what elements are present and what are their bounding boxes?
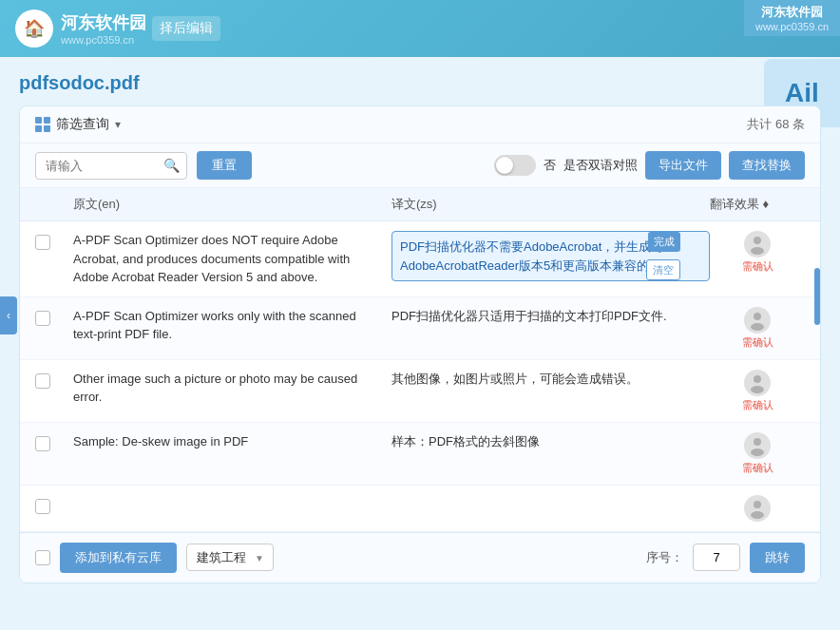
toggle-knob	[496, 157, 513, 174]
effect-avatar-4	[744, 432, 771, 459]
seq-label: 序号：	[646, 549, 683, 566]
cell-source-2: A-PDF Scan Optimizer works only with the…	[73, 307, 391, 344]
cell-target-4[interactable]: 样本：PDF格式的去斜图像	[391, 432, 710, 451]
effect-badge-3: 需确认	[742, 370, 773, 412]
effect-badge-1: 需确认	[742, 231, 773, 274]
export-button[interactable]: 导出文件	[645, 151, 721, 180]
row-checkbox-cell	[35, 307, 73, 330]
cell-effect-4: 需确认	[710, 432, 805, 475]
total-prefix: 共计	[747, 117, 772, 131]
jump-button[interactable]: 跳转	[750, 543, 805, 573]
row-checkbox-4[interactable]	[35, 436, 50, 451]
bilingual-label: 是否双语对照	[563, 157, 638, 174]
row-checkbox-5[interactable]	[35, 499, 50, 514]
svg-point-2	[754, 313, 761, 320]
footer-bar: 添加到私有云库 建筑工程 序号： 跳转	[20, 532, 820, 582]
top-banner: 🏠 河东软件园 www.pc0359.cn 择后编辑	[0, 0, 840, 57]
cell-effect-3: 需确认	[710, 370, 805, 412]
th-effect-label: 翻译效果 ♦	[710, 196, 769, 213]
th-target: 译文(zs)	[391, 196, 710, 213]
reset-button[interactable]: 重置	[197, 151, 252, 180]
svg-point-5	[751, 386, 764, 393]
row-checkbox-2[interactable]	[35, 311, 50, 326]
effect-avatar-3	[744, 370, 771, 396]
cell-target-3[interactable]: 其他图像，如图片或照片，可能会造成错误。	[391, 370, 710, 389]
filter-label: 筛选查询	[56, 116, 109, 133]
th-effect[interactable]: 翻译效果 ♦	[710, 196, 805, 213]
bilingual-toggle[interactable]	[494, 155, 536, 176]
logo-url: www.pc0359.cn	[61, 34, 146, 46]
cell-effect-2: 需确认	[710, 307, 805, 350]
svg-point-9	[751, 511, 764, 519]
cell-target-1[interactable]: PDF扫描优化器不需要AdobeAcrobat，并生成与AdobeAcrobat…	[391, 231, 710, 281]
th-checkbox	[35, 196, 73, 213]
top-menu: 择后编辑	[152, 16, 220, 41]
search-wrap: 🔍	[35, 152, 187, 180]
table-row: A-PDF Scan Optimizer works only with the…	[20, 297, 820, 360]
left-nav-arrow[interactable]: ‹	[0, 296, 17, 334]
effect-badge-5	[744, 495, 771, 522]
footer-right: 序号： 跳转	[646, 543, 805, 573]
category-select[interactable]: 建筑工程	[186, 544, 274, 571]
effect-text-1: 需确认	[742, 259, 773, 274]
cell-target-text-1: PDF扫描优化器不需要AdobeAcrobat，并生成与AdobeAcrobat…	[400, 239, 686, 273]
row-checkbox-cell	[35, 495, 73, 518]
effect-badge-2: 需确认	[742, 307, 773, 350]
effect-text-2: 需确认	[742, 335, 773, 350]
filter-chevron-icon[interactable]: ▾	[115, 118, 121, 131]
main-content: pdfsodoc.pdf 筛选查询 ▾ 共计 68 条 🔍 重	[0, 57, 840, 599]
logo-icon: 🏠	[15, 10, 53, 48]
svg-point-0	[754, 237, 761, 244]
svg-point-6	[754, 438, 761, 446]
search-icon: 🔍	[163, 158, 180, 173]
row-checkbox-3[interactable]	[35, 373, 50, 389]
footer-select-all[interactable]	[35, 550, 50, 565]
file-title: pdfsodoc.pdf	[19, 72, 821, 94]
cell-effect-5	[710, 495, 805, 522]
cell-source-4: Sample: De-skew image in PDF	[73, 432, 391, 451]
watermark-title: 河东软件园	[761, 4, 823, 21]
filter-bar: 筛选查询 ▾ 共计 68 条	[20, 106, 820, 143]
row-checkbox-cell	[35, 231, 73, 254]
effect-text-4: 需确认	[742, 461, 773, 475]
logo-text: 河东软件园 www.pc0359.cn	[61, 11, 146, 46]
add-cloud-button[interactable]: 添加到私有云库	[60, 543, 177, 573]
effect-badge-4: 需确认	[742, 432, 773, 475]
clear-badge-1[interactable]: 清空	[646, 259, 680, 281]
logo: 🏠 河东软件园 www.pc0359.cn	[15, 10, 146, 48]
complete-badge-1[interactable]: 完成	[648, 232, 680, 252]
toggle-no-label: 否	[544, 157, 556, 174]
svg-point-3	[751, 323, 764, 331]
effect-avatar-5	[744, 495, 771, 522]
table-header: 原文(en) 译文(zs) 翻译效果 ♦	[20, 188, 820, 221]
table-row: Other image such a picture or photo may …	[20, 360, 820, 423]
svg-point-7	[751, 449, 764, 456]
table-body: A-PDF Scan Optimizer does NOT require Ad…	[20, 221, 820, 532]
category-wrap: 建筑工程	[186, 544, 274, 571]
toggle-wrap: 否 是否双语对照 导出文件 查找替换	[494, 151, 805, 180]
total-count: 68	[775, 117, 789, 131]
table-row: A-PDF Scan Optimizer does NOT require Ad…	[20, 221, 820, 297]
cell-effect-1: 需确认	[710, 231, 805, 274]
logo-title: 河东软件园	[61, 11, 146, 34]
cell-source-1: A-PDF Scan Optimizer does NOT require Ad…	[73, 231, 391, 287]
cell-target-2[interactable]: PDF扫描优化器只适用于扫描的文本打印PDF文件.	[391, 307, 710, 326]
cell-source-3: Other image such a picture or photo may …	[73, 370, 391, 407]
row-checkbox-1[interactable]	[35, 235, 50, 250]
filter-left: 筛选查询 ▾	[35, 116, 121, 133]
find-replace-button[interactable]: 查找替换	[729, 151, 805, 180]
effect-avatar-1	[744, 231, 771, 258]
seq-input[interactable]	[693, 544, 740, 571]
watermark: 河东软件园 www.pc0359.cn	[744, 0, 840, 36]
row-checkbox-cell	[35, 370, 73, 392]
total-unit: 条	[792, 117, 805, 131]
scroll-indicator	[814, 268, 820, 325]
menu-item-edit[interactable]: 择后编辑	[152, 16, 220, 41]
toolbar: 🔍 重置 否 是否双语对照 导出文件 查找替换	[20, 143, 820, 188]
panel: 筛选查询 ▾ 共计 68 条 🔍 重置 否 是否双语对照 导出文	[19, 105, 821, 583]
svg-point-8	[754, 501, 761, 508]
watermark-url: www.pc0359.cn	[755, 21, 829, 32]
ai-text: Ail	[785, 78, 819, 108]
row-checkbox-cell	[35, 432, 73, 455]
filter-grid-icon	[35, 117, 50, 132]
